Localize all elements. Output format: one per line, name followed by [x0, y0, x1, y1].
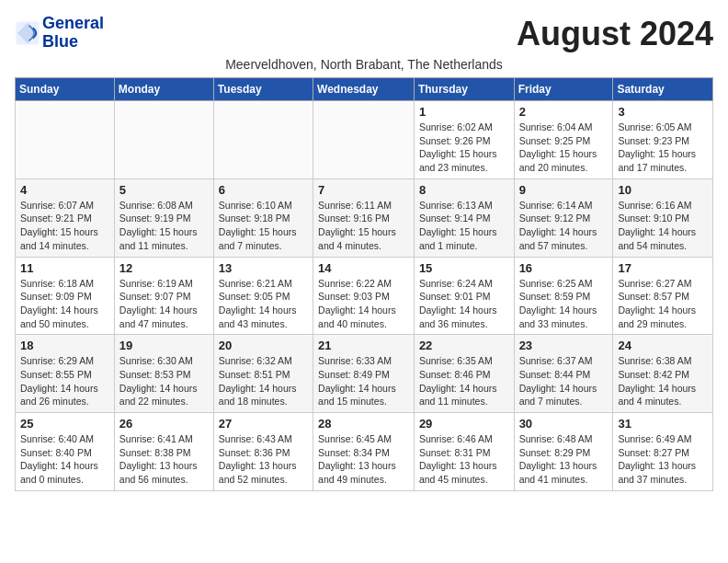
day-detail: Sunrise: 6:07 AM Sunset: 9:21 PM Dayligh…	[20, 199, 109, 253]
day-number: 7	[318, 183, 409, 197]
calendar-week-5: 25Sunrise: 6:40 AM Sunset: 8:40 PM Dayli…	[16, 413, 713, 491]
logo-line2: Blue	[42, 33, 104, 52]
calendar-cell: 26Sunrise: 6:41 AM Sunset: 8:38 PM Dayli…	[114, 413, 213, 491]
calendar-cell: 9Sunrise: 6:14 AM Sunset: 9:12 PM Daylig…	[514, 178, 613, 257]
calendar-cell: 21Sunrise: 6:33 AM Sunset: 8:49 PM Dayli…	[313, 335, 415, 413]
day-detail: Sunrise: 6:21 AM Sunset: 9:05 PM Dayligh…	[219, 277, 308, 331]
day-number: 17	[618, 261, 708, 275]
calendar-cell: 25Sunrise: 6:40 AM Sunset: 8:40 PM Dayli…	[16, 413, 115, 491]
location-subtitle: Meerveldhoven, North Brabant, The Nether…	[15, 57, 713, 72]
day-detail: Sunrise: 6:46 AM Sunset: 8:31 PM Dayligh…	[419, 432, 509, 487]
calendar-cell: 4Sunrise: 6:07 AM Sunset: 9:21 PM Daylig…	[16, 178, 115, 257]
day-number: 20	[219, 339, 308, 352]
calendar-cell: 18Sunrise: 6:29 AM Sunset: 8:55 PM Dayli…	[16, 335, 115, 413]
calendar-cell: 11Sunrise: 6:18 AM Sunset: 9:09 PM Dayli…	[16, 257, 115, 335]
calendar-cell: 6Sunrise: 6:10 AM Sunset: 9:18 PM Daylig…	[213, 178, 313, 257]
calendar-cell: 10Sunrise: 6:16 AM Sunset: 9:10 PM Dayli…	[613, 178, 713, 257]
day-number: 12	[119, 261, 209, 275]
calendar-cell: 5Sunrise: 6:08 AM Sunset: 9:19 PM Daylig…	[114, 178, 213, 257]
day-detail: Sunrise: 6:38 AM Sunset: 8:42 PM Dayligh…	[618, 354, 708, 408]
day-detail: Sunrise: 6:41 AM Sunset: 8:38 PM Dayligh…	[119, 432, 209, 487]
day-detail: Sunrise: 6:19 AM Sunset: 9:07 PM Dayligh…	[119, 277, 209, 331]
header-day-sunday: Sunday	[16, 78, 115, 101]
day-number: 2	[519, 105, 609, 119]
header-day-friday: Friday	[514, 78, 613, 101]
calendar-cell: 31Sunrise: 6:49 AM Sunset: 8:27 PM Dayli…	[613, 413, 713, 491]
logo-text: General Blue	[42, 15, 104, 52]
calendar-cell: 19Sunrise: 6:30 AM Sunset: 8:53 PM Dayli…	[114, 335, 213, 413]
calendar-table: SundayMondayTuesdayWednesdayThursdayFrid…	[15, 77, 713, 491]
header-day-wednesday: Wednesday	[313, 78, 415, 101]
day-number: 23	[519, 339, 609, 352]
day-number: 30	[519, 417, 609, 431]
calendar-cell: 8Sunrise: 6:13 AM Sunset: 9:14 PM Daylig…	[414, 178, 514, 257]
day-detail: Sunrise: 6:24 AM Sunset: 9:01 PM Dayligh…	[419, 277, 509, 331]
calendar-cell: 14Sunrise: 6:22 AM Sunset: 9:03 PM Dayli…	[313, 257, 415, 335]
day-number: 21	[318, 339, 409, 352]
day-number: 14	[318, 261, 409, 275]
calendar-cell: 2Sunrise: 6:04 AM Sunset: 9:25 PM Daylig…	[514, 101, 613, 179]
day-detail: Sunrise: 6:04 AM Sunset: 9:25 PM Dayligh…	[519, 121, 609, 175]
day-detail: Sunrise: 6:11 AM Sunset: 9:16 PM Dayligh…	[318, 199, 409, 253]
day-number: 8	[419, 183, 509, 197]
calendar-cell: 17Sunrise: 6:27 AM Sunset: 8:57 PM Dayli…	[613, 257, 713, 335]
calendar-week-3: 11Sunrise: 6:18 AM Sunset: 9:09 PM Dayli…	[16, 257, 713, 335]
day-detail: Sunrise: 6:22 AM Sunset: 9:03 PM Dayligh…	[318, 277, 409, 331]
day-number: 31	[618, 417, 708, 431]
day-detail: Sunrise: 6:43 AM Sunset: 8:36 PM Dayligh…	[219, 432, 308, 487]
day-detail: Sunrise: 6:45 AM Sunset: 8:34 PM Dayligh…	[318, 432, 409, 487]
calendar-cell	[114, 101, 213, 179]
header-day-monday: Monday	[114, 78, 213, 101]
day-number: 26	[119, 417, 209, 431]
logo-line1: General	[42, 15, 104, 33]
day-number: 10	[618, 183, 708, 197]
month-title: August 2024	[517, 15, 713, 53]
calendar-cell: 22Sunrise: 6:35 AM Sunset: 8:46 PM Dayli…	[414, 335, 514, 413]
header-day-saturday: Saturday	[613, 78, 713, 101]
calendar-cell: 7Sunrise: 6:11 AM Sunset: 9:16 PM Daylig…	[313, 178, 415, 257]
page-header: General Blue August 2024	[15, 15, 713, 53]
day-detail: Sunrise: 6:32 AM Sunset: 8:51 PM Dayligh…	[219, 354, 308, 408]
day-number: 18	[20, 339, 109, 352]
title-block: August 2024	[517, 15, 713, 53]
day-number: 1	[419, 105, 509, 119]
calendar-cell: 24Sunrise: 6:38 AM Sunset: 8:42 PM Dayli…	[613, 335, 713, 413]
day-detail: Sunrise: 6:14 AM Sunset: 9:12 PM Dayligh…	[519, 199, 609, 253]
calendar-cell: 15Sunrise: 6:24 AM Sunset: 9:01 PM Dayli…	[414, 257, 514, 335]
day-number: 28	[318, 417, 409, 431]
calendar-cell: 29Sunrise: 6:46 AM Sunset: 8:31 PM Dayli…	[414, 413, 514, 491]
day-number: 5	[119, 183, 209, 197]
calendar-cell: 13Sunrise: 6:21 AM Sunset: 9:05 PM Dayli…	[213, 257, 313, 335]
calendar-cell: 12Sunrise: 6:19 AM Sunset: 9:07 PM Dayli…	[114, 257, 213, 335]
calendar-cell	[16, 101, 115, 179]
day-detail: Sunrise: 6:48 AM Sunset: 8:29 PM Dayligh…	[519, 432, 609, 487]
calendar-cell: 27Sunrise: 6:43 AM Sunset: 8:36 PM Dayli…	[213, 413, 313, 491]
day-detail: Sunrise: 6:16 AM Sunset: 9:10 PM Dayligh…	[618, 199, 708, 253]
day-detail: Sunrise: 6:25 AM Sunset: 8:59 PM Dayligh…	[519, 277, 609, 331]
day-number: 24	[618, 339, 708, 352]
day-number: 9	[519, 183, 609, 197]
calendar-cell: 23Sunrise: 6:37 AM Sunset: 8:44 PM Dayli…	[514, 335, 613, 413]
day-detail: Sunrise: 6:30 AM Sunset: 8:53 PM Dayligh…	[119, 354, 209, 408]
calendar-cell: 1Sunrise: 6:02 AM Sunset: 9:26 PM Daylig…	[414, 101, 514, 179]
day-number: 15	[419, 261, 509, 275]
logo: General Blue	[15, 15, 104, 52]
calendar-header-row: SundayMondayTuesdayWednesdayThursdayFrid…	[16, 78, 713, 101]
day-number: 27	[219, 417, 308, 431]
calendar-cell: 16Sunrise: 6:25 AM Sunset: 8:59 PM Dayli…	[514, 257, 613, 335]
day-detail: Sunrise: 6:27 AM Sunset: 8:57 PM Dayligh…	[618, 277, 708, 331]
calendar-cell: 30Sunrise: 6:48 AM Sunset: 8:29 PM Dayli…	[514, 413, 613, 491]
day-number: 4	[20, 183, 109, 197]
day-number: 3	[618, 105, 708, 119]
day-detail: Sunrise: 6:29 AM Sunset: 8:55 PM Dayligh…	[20, 354, 109, 408]
day-number: 19	[119, 339, 209, 352]
day-detail: Sunrise: 6:18 AM Sunset: 9:09 PM Dayligh…	[20, 277, 109, 331]
calendar-cell	[313, 101, 415, 179]
day-number: 22	[419, 339, 509, 352]
day-detail: Sunrise: 6:33 AM Sunset: 8:49 PM Dayligh…	[318, 354, 409, 408]
day-number: 25	[20, 417, 109, 431]
day-detail: Sunrise: 6:40 AM Sunset: 8:40 PM Dayligh…	[20, 432, 109, 487]
day-number: 11	[20, 261, 109, 275]
day-detail: Sunrise: 6:05 AM Sunset: 9:23 PM Dayligh…	[618, 121, 708, 175]
day-number: 16	[519, 261, 609, 275]
